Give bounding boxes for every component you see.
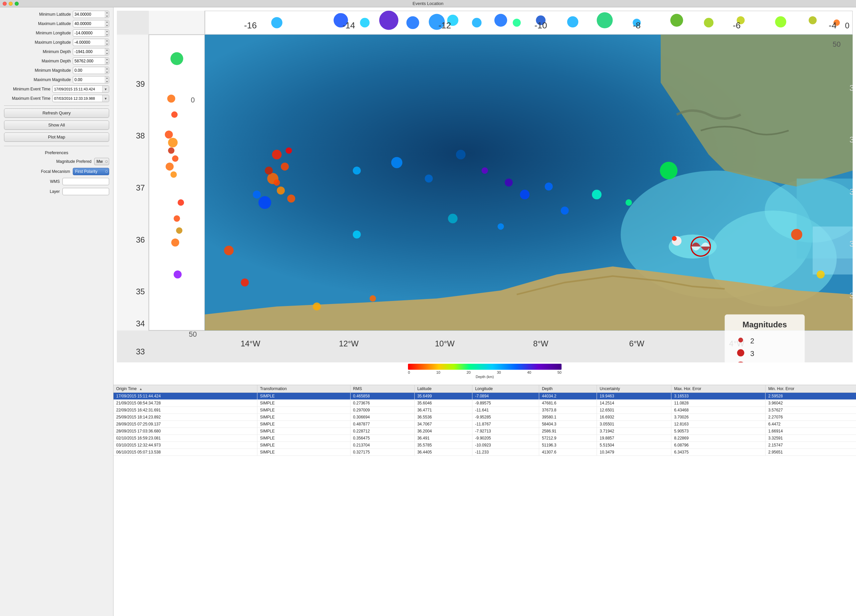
table-cell-longitude: -11.8767 — [473, 421, 539, 428]
max-magnitude-input[interactable] — [73, 77, 105, 83]
svg-point-26 — [472, 18, 482, 28]
max-longitude-up[interactable]: ▲ — [105, 39, 109, 42]
magnitude-preferred-select-wrap[interactable]: Mw ML Ms ⬡ — [94, 158, 109, 165]
min-magnitude-input[interactable] — [73, 67, 105, 74]
max-event-time-picker[interactable]: ▼ — [52, 95, 109, 102]
col-latitude[interactable]: Latitude — [414, 385, 472, 393]
min-longitude-up[interactable]: ▲ — [105, 29, 109, 33]
max-depth-down[interactable]: ▼ — [105, 61, 109, 65]
max-latitude-spinner[interactable]: ▲ ▼ — [73, 20, 109, 28]
min-longitude-input[interactable] — [73, 30, 105, 36]
table-cell-uncertainty: 19.9463 — [597, 393, 671, 400]
layer-input[interactable] — [62, 188, 109, 195]
max-event-time-calendar-icon[interactable]: ▼ — [102, 95, 109, 102]
max-latitude-row: Maximum Latitude ▲ ▼ — [4, 20, 109, 28]
minimize-button[interactable] — [9, 2, 13, 6]
focal-mechanism-select[interactable]: First Polarity Moment Tensor None — [73, 168, 109, 175]
max-magnitude-down[interactable]: ▼ — [105, 80, 109, 83]
table-cell-transformation: SIMPLE — [257, 414, 350, 421]
max-event-time-input[interactable] — [53, 95, 102, 102]
table-row[interactable]: 17/09/2015 15:11:44.424SIMPLE0.46585835.… — [114, 393, 856, 400]
max-latitude-up[interactable]: ▲ — [105, 20, 109, 24]
show-all-button[interactable]: Show All — [4, 120, 109, 130]
min-depth-input[interactable] — [73, 48, 105, 55]
min-depth-down[interactable]: ▼ — [105, 52, 109, 55]
col-origin-time[interactable]: Origin Time ▲ — [114, 385, 257, 393]
table-area[interactable]: Origin Time ▲ Transformation RMS Latitud… — [114, 385, 856, 616]
svg-point-67 — [497, 223, 504, 230]
max-latitude-down[interactable]: ▼ — [105, 24, 109, 28]
table-cell-uncertainty: 5.51504 — [597, 442, 671, 449]
max-latitude-input[interactable] — [73, 20, 105, 27]
focal-mechanism-select-wrap[interactable]: First Polarity Moment Tensor None ⬡ — [73, 168, 109, 175]
min-latitude-spinner[interactable]: ▲ ▼ — [73, 11, 109, 18]
min-longitude-spinner[interactable]: ▲ ▼ — [73, 29, 109, 37]
table-row[interactable]: 22/09/2015 16:42:31.691SIMPLE0.29700936.… — [114, 407, 856, 414]
col-depth[interactable]: Depth — [539, 385, 597, 393]
svg-text:14°W: 14°W — [241, 339, 260, 348]
svg-point-80 — [660, 162, 678, 180]
table-cell-depth: 2586.91 — [539, 428, 597, 435]
refresh-query-button[interactable]: Refresh Query — [4, 109, 109, 118]
table-cell-min_hor_error: 2.59528 — [765, 393, 856, 400]
min-latitude-down[interactable]: ▼ — [105, 14, 109, 18]
table-row[interactable]: 06/10/2015 05:07:13.538SIMPLE0.32717536.… — [114, 449, 856, 456]
plot-map-button[interactable]: Plot Map — [4, 132, 109, 142]
table-row[interactable]: 02/10/2015 16:59:23.081SIMPLE0.35647536.… — [114, 435, 856, 442]
table-row[interactable]: 03/10/2015 12:32:44.973SIMPLE0.21370435.… — [114, 442, 856, 449]
col-uncertainty[interactable]: Uncertainty — [597, 385, 671, 393]
max-magnitude-up[interactable]: ▲ — [105, 76, 109, 80]
max-depth-up[interactable]: ▲ — [105, 57, 109, 61]
max-depth-spinner[interactable]: ▲ ▼ — [73, 57, 109, 65]
min-magnitude-spinner[interactable]: ▲ ▼ — [73, 67, 109, 74]
svg-point-51 — [285, 147, 292, 154]
table-cell-max_hor_error: 12.8163 — [671, 421, 765, 428]
svg-point-79 — [817, 270, 825, 279]
max-longitude-spinner[interactable]: ▲ ▼ — [73, 39, 109, 46]
max-longitude-input[interactable] — [73, 39, 105, 46]
min-event-time-picker[interactable]: ▼ — [52, 85, 109, 93]
max-longitude-down[interactable]: ▼ — [105, 42, 109, 46]
window-title: Events Location — [413, 1, 444, 6]
col-max-hor-error[interactable]: Max. Hor. Error — [671, 385, 765, 393]
min-latitude-up[interactable]: ▲ — [105, 11, 109, 14]
close-button[interactable] — [3, 2, 7, 6]
svg-point-19 — [271, 17, 282, 28]
col-min-hor-error[interactable]: Min. Hor. Error — [765, 385, 856, 393]
svg-point-47 — [272, 150, 282, 160]
table-cell-transformation: SIMPLE — [257, 435, 350, 442]
min-event-time-input[interactable] — [53, 86, 102, 92]
col-longitude[interactable]: Longitude — [473, 385, 539, 393]
table-cell-longitude: -9.95285 — [473, 414, 539, 421]
table-cell-latitude: 36.2004 — [414, 428, 472, 435]
table-cell-max_hor_error: 6.08796 — [671, 442, 765, 449]
min-latitude-input[interactable] — [73, 11, 105, 18]
table-row[interactable]: 28/09/2015 07:25:09.137SIMPLE0.48787734.… — [114, 421, 856, 428]
table-row[interactable]: 25/09/2015 18:14:23.892SIMPLE0.30669436.… — [114, 414, 856, 421]
colorbar-labels: 0 10 20 30 40 50 — [408, 370, 562, 375]
min-magnitude-down[interactable]: ▼ — [105, 71, 109, 74]
max-depth-input[interactable] — [73, 58, 105, 65]
col-transformation[interactable]: Transformation — [257, 385, 350, 393]
wms-input[interactable] — [62, 178, 109, 185]
svg-point-34 — [704, 18, 713, 28]
table-cell-transformation: SIMPLE — [257, 421, 350, 428]
svg-point-8 — [168, 138, 178, 147]
table-row[interactable]: 21/09/2015 08:54:34.728SIMPLE0.27367635.… — [114, 400, 856, 407]
svg-point-54 — [287, 195, 295, 203]
col-rms[interactable]: RMS — [350, 385, 414, 393]
min-longitude-down[interactable]: ▼ — [105, 33, 109, 37]
svg-text:-14: -14 — [343, 20, 355, 30]
min-depth-up[interactable]: ▲ — [105, 48, 109, 52]
magnitude-preferred-select[interactable]: Mw ML Ms — [94, 158, 109, 165]
min-depth-spinner[interactable]: ▲ ▼ — [73, 48, 109, 55]
svg-text:-8: -8 — [633, 20, 640, 30]
table-row[interactable]: 28/09/2015 17:03:36.680SIMPLE0.22871236.… — [114, 428, 856, 435]
max-magnitude-spinner[interactable]: ▲ ▼ — [73, 76, 109, 83]
table-cell-origin_time: 22/09/2015 16:42:31.691 — [114, 407, 257, 414]
min-magnitude-up[interactable]: ▲ — [105, 67, 109, 71]
min-latitude-row: Minimum Latitude ▲ ▼ — [4, 11, 109, 18]
maximize-button[interactable] — [15, 2, 19, 6]
min-event-time-calendar-icon[interactable]: ▼ — [102, 86, 109, 92]
table-cell-min_hor_error: 1.66914 — [765, 428, 856, 435]
